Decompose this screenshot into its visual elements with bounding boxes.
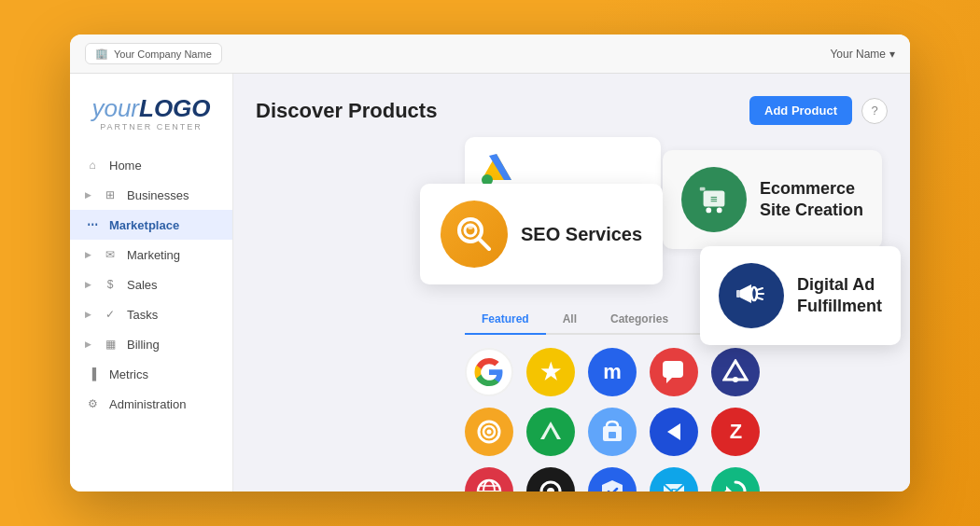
sales-icon: $ <box>103 277 118 292</box>
marketplace-icon: ⋯ <box>85 217 100 232</box>
tab-categories[interactable]: Categories <box>594 305 685 335</box>
metrics-icon: ▐ <box>85 367 100 381</box>
product-dark[interactable] <box>526 467 575 491</box>
product-refresh[interactable] <box>711 467 760 491</box>
seo-search-icon <box>454 214 495 255</box>
digital-ad-icon <box>719 263 784 328</box>
product-star[interactable]: ★ <box>526 348 575 396</box>
billing-icon: ▦ <box>103 337 118 352</box>
svg-rect-13 <box>736 290 740 298</box>
sidebar-item-administration[interactable]: ⚙ Administration <box>70 389 232 419</box>
globe-icon <box>475 478 503 491</box>
gear-icon: ⚙ <box>85 396 100 411</box>
chevron-icon: ▶ <box>85 190 91 200</box>
sidebar-label-administration: Administration <box>109 397 186 411</box>
header-actions: Add Product ? <box>749 96 888 125</box>
ariadne-icon <box>722 359 749 385</box>
tasks-icon: ✓ <box>103 307 118 322</box>
help-button[interactable]: ? <box>861 98 888 124</box>
main-content: Discover Products Add Product ? Google A… <box>233 74 910 491</box>
company-badge[interactable]: 🏢 Your Company Name <box>85 43 222 64</box>
add-product-button[interactable]: Add Product <box>749 96 852 125</box>
ecommerce-icon: ≡ <box>681 167 747 232</box>
svg-marker-39 <box>726 486 732 491</box>
product-m[interactable]: m <box>588 348 637 396</box>
ecommerce-title: EcommerceSite Creation <box>760 178 863 222</box>
svg-point-21 <box>733 377 738 382</box>
logo-area: yourLOGO PARTNER CENTER <box>70 89 232 150</box>
svg-marker-29 <box>667 423 680 440</box>
sidebar-item-tasks[interactable]: ▶ ✓ Tasks <box>70 299 232 329</box>
product-spiral[interactable] <box>465 408 513 456</box>
seo-services-card[interactable]: SEO Services <box>420 184 663 284</box>
product-chat[interactable] <box>650 348 698 396</box>
sidebar-label-tasks: Tasks <box>127 308 158 322</box>
sidebar: yourLOGO PARTNER CENTER ⌂ Home ▶ ⊞ Busin… <box>70 74 233 491</box>
shop-icon <box>599 419 625 445</box>
sidebar-item-marketing[interactable]: ▶ ✉ Marketing <box>70 240 232 270</box>
sidebar-label-businesses: Businesses <box>127 188 189 202</box>
arrow-icon <box>662 420 686 444</box>
chevron-icon-2: ▶ <box>85 250 91 259</box>
products-row-2: Z <box>465 408 782 456</box>
company-name: Your Company Name <box>114 48 212 60</box>
svg-rect-18 <box>663 361 683 378</box>
ecommerce-card[interactable]: ≡ EcommerceSite Creation <box>663 150 882 249</box>
svg-point-11 <box>468 224 473 229</box>
spiral-icon <box>475 418 503 446</box>
sidebar-item-businesses[interactable]: ▶ ⊞ Businesses <box>70 180 232 210</box>
cart-icon: ≡ <box>696 182 732 217</box>
svg-point-4 <box>706 208 711 214</box>
products-row-3: E <box>465 467 782 491</box>
chevron-icon-5: ▶ <box>85 339 91 349</box>
sidebar-label-home: Home <box>109 159 142 173</box>
logo-your: your <box>91 94 139 122</box>
svg-rect-28 <box>609 432 616 438</box>
m-symbol: m <box>603 360 622 384</box>
sidebar-label-marketing: Marketing <box>127 248 180 262</box>
chat-icon <box>661 359 687 385</box>
sidebar-item-metrics[interactable]: ▐ Metrics <box>70 359 232 389</box>
product-arrow[interactable] <box>650 408 698 456</box>
product-globe[interactable] <box>465 467 513 491</box>
sidebar-item-sales[interactable]: ▶ $ Sales <box>70 270 232 299</box>
google-ads-logo-icon <box>480 152 513 186</box>
tab-featured[interactable]: Featured <box>465 305 546 335</box>
chevron-icon-4: ▶ <box>85 310 91 319</box>
svg-line-15 <box>757 288 763 290</box>
product-vortex[interactable] <box>526 408 575 456</box>
svg-marker-19 <box>666 378 672 383</box>
sidebar-item-home[interactable]: ⌂ Home <box>70 150 232 180</box>
main-window: 🏢 Your Company Name Your Name ▾ yourLOGO… <box>70 35 910 491</box>
chevron-down-icon: ▾ <box>889 48 895 61</box>
svg-point-14 <box>751 287 757 300</box>
window-body: yourLOGO PARTNER CENTER ⌂ Home ▶ ⊞ Busin… <box>70 74 910 491</box>
tab-all[interactable]: All <box>546 305 594 335</box>
dark-icon <box>538 478 564 491</box>
top-bar: 🏢 Your Company Name Your Name ▾ <box>70 35 910 74</box>
products-row-1: ★ m <box>465 348 782 396</box>
product-zipper[interactable]: Z <box>711 408 760 456</box>
logo: yourLOGO <box>85 96 217 120</box>
sidebar-label-billing: Billing <box>127 338 160 352</box>
user-name-label: Your Name <box>830 48 886 61</box>
sidebar-item-billing[interactable]: ▶ ▦ Billing <box>70 329 232 359</box>
digital-ad-card[interactable]: Digital AdFulfillment <box>700 246 901 345</box>
digital-ad-title: Digital AdFulfillment <box>797 274 882 318</box>
product-shop[interactable] <box>588 408 637 456</box>
svg-text:E: E <box>671 488 678 491</box>
sidebar-label-metrics: Metrics <box>109 367 148 381</box>
sidebar-item-marketplace[interactable]: ⋯ Marketplace <box>70 210 232 240</box>
svg-text:≡: ≡ <box>710 192 718 206</box>
sidebar-label-sales: Sales <box>127 278 158 292</box>
partner-center-label: PARTNER CENTER <box>85 122 217 132</box>
product-shield[interactable] <box>588 467 637 491</box>
star-symbol: ★ <box>540 359 561 385</box>
shield-icon <box>600 478 624 491</box>
refresh-icon <box>722 478 749 491</box>
user-menu[interactable]: Your Name ▾ <box>830 48 895 61</box>
product-google[interactable] <box>465 348 513 396</box>
svg-point-36 <box>547 488 554 491</box>
product-ariadne[interactable] <box>711 348 760 396</box>
product-exchange[interactable]: E <box>650 467 698 491</box>
